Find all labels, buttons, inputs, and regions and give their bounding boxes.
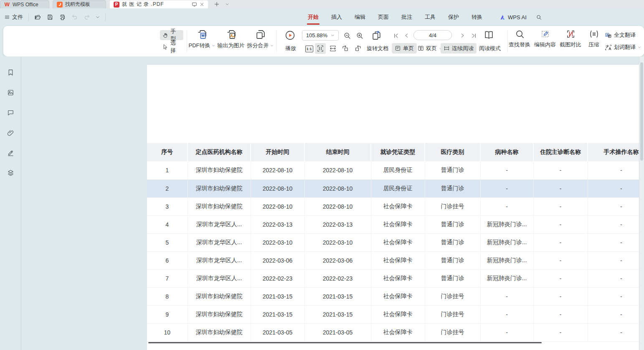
- continuous-read-button[interactable]: 连续阅读: [441, 43, 477, 54]
- open-file-icon[interactable]: [34, 14, 41, 21]
- fit-width-button[interactable]: [327, 43, 338, 54]
- screenshot-compare-button[interactable]: 截图对比: [557, 29, 584, 49]
- tab-list-chevron-icon[interactable]: [225, 2, 229, 6]
- rotate-right-icon: [354, 45, 362, 52]
- table-cell: 2022-03-10: [304, 233, 371, 251]
- compress-button[interactable]: 压缩: [582, 29, 606, 49]
- pdf-convert-button[interactable]: PDF转换: [186, 29, 218, 49]
- vertical-scrollbar[interactable]: [639, 56, 644, 350]
- table-cell: -: [480, 323, 533, 341]
- zoom-in-button[interactable]: [354, 30, 365, 41]
- table-cell: 2022-08-10: [251, 161, 304, 179]
- close-tab-icon[interactable]: [200, 2, 204, 7]
- actual-size-button[interactable]: 1:1: [304, 43, 314, 54]
- menubar-search-icon[interactable]: [536, 14, 542, 20]
- comment-icon[interactable]: [5, 107, 16, 118]
- play-label: 播放: [281, 45, 300, 52]
- zoom-out-button[interactable]: [342, 30, 352, 41]
- export-image-button[interactable]: 输出为图片: [215, 29, 247, 49]
- table-cell: -: [533, 323, 588, 341]
- fit-page-button[interactable]: [315, 43, 326, 54]
- table-cell: 6: [147, 251, 188, 269]
- tab-edit[interactable]: 编辑: [355, 8, 365, 26]
- wps-ai-logo-icon: [499, 14, 506, 20]
- rotate-left-button[interactable]: [340, 43, 351, 54]
- attachment-icon[interactable]: [5, 127, 16, 138]
- pdf-page: 序号定点医药机构名称开始时间结束时间就诊凭证类型医疗类别病种名称住院主诊断名称手…: [147, 65, 639, 350]
- prev-page-button[interactable]: [401, 30, 412, 41]
- table-cell: 2021-03-05: [251, 323, 304, 341]
- quickbar-chevron-icon[interactable]: [96, 15, 100, 19]
- table-cell: -: [480, 161, 533, 179]
- table-cell: 2022-08-10: [251, 197, 304, 215]
- fit-width-icon: [329, 45, 337, 52]
- file-menu[interactable]: 文件: [4, 13, 23, 21]
- redo-icon[interactable]: [84, 14, 90, 20]
- read-mode-label[interactable]: 阅读模式: [479, 45, 501, 52]
- table-cell: 深圳市妇幼保健院: [188, 197, 251, 215]
- monitor-icon[interactable]: [192, 2, 197, 7]
- new-tab-button[interactable]: [214, 1, 220, 7]
- table-cell: 普通门诊: [425, 233, 480, 251]
- zoom-level-select[interactable]: 105.88%: [302, 30, 339, 41]
- page-indicator-input[interactable]: 4/4: [413, 30, 452, 40]
- chevron-down-icon: [331, 33, 335, 37]
- tab-protect[interactable]: 保护: [448, 8, 459, 26]
- rotate-right-button[interactable]: [352, 43, 363, 54]
- tab-docer-templates[interactable]: 找稻壳模板: [53, 0, 106, 8]
- full-text-translate-button[interactable]: 全文翻译: [605, 31, 636, 39]
- split-merge-button[interactable]: 拆分合并: [244, 29, 276, 49]
- tab-wps-office[interactable]: W WPS Office: [0, 0, 49, 8]
- tab-label: WPS Office: [13, 2, 38, 8]
- tab-convert[interactable]: 转换: [472, 8, 482, 26]
- save-icon[interactable]: [47, 14, 53, 20]
- word-translate-button[interactable]: 划词翻译: [605, 43, 641, 51]
- edit-content-icon: [540, 29, 550, 39]
- table-cell: 深圳市龙华区人...: [188, 251, 251, 269]
- edit-content-button[interactable]: 编辑内容: [532, 29, 558, 49]
- tab-page[interactable]: 页面: [378, 8, 389, 26]
- edit-content-label: 编辑内容: [534, 41, 556, 49]
- thumbnail-icon[interactable]: [5, 87, 16, 98]
- tab-insert[interactable]: 插入: [331, 8, 342, 26]
- table-cell: -: [533, 179, 588, 197]
- menubar: 文件 开始 插入 编辑 页面 批注 工具 保护 转换 WPS AI: [0, 8, 644, 26]
- print-icon[interactable]: [59, 14, 66, 21]
- wps-ai-button[interactable]: WPS AI: [499, 14, 527, 20]
- scrollbar-thumb[interactable]: [640, 62, 643, 161]
- tab-home[interactable]: 开始: [308, 8, 319, 26]
- double-page-label: 双页: [426, 45, 437, 52]
- layers-icon[interactable]: [5, 167, 16, 178]
- tab-document-active[interactable]: P 就 医 记 录 .PDF: [109, 0, 208, 8]
- bookmark-icon[interactable]: [5, 67, 16, 78]
- play-button[interactable]: [284, 30, 295, 41]
- table-cell: 居民身份证: [371, 161, 425, 179]
- tab-tools[interactable]: 工具: [425, 8, 436, 26]
- table-cell: -: [588, 305, 639, 323]
- rotate-left-icon: [342, 45, 349, 52]
- divider: [28, 14, 29, 21]
- select-tool-button[interactable]: 选择: [160, 42, 183, 52]
- tab-comment[interactable]: 批注: [401, 8, 412, 26]
- split-merge-icon: [255, 29, 266, 40]
- wps-ai-label: WPS AI: [508, 14, 527, 20]
- column-header: 手术操作名称: [588, 143, 639, 161]
- divider: [276, 30, 277, 52]
- hand-tool-button[interactable]: 手型: [160, 30, 183, 40]
- rotate-doc-label[interactable]: 旋转文档: [367, 45, 388, 52]
- signature-icon[interactable]: [5, 147, 16, 158]
- single-page-button[interactable]: 单页: [392, 43, 417, 54]
- table-cell: -: [480, 305, 533, 323]
- table-row: 8深圳市妇幼保健院2021-03-152021-03-15社会保障卡门诊挂号--…: [147, 287, 639, 305]
- find-replace-button[interactable]: 查找替换: [506, 29, 533, 49]
- rotate-pages-button[interactable]: [371, 30, 382, 41]
- first-page-button[interactable]: [390, 30, 401, 41]
- word-translate-icon: [605, 44, 612, 51]
- next-page-button[interactable]: [457, 30, 468, 41]
- undo-icon[interactable]: [71, 14, 78, 20]
- table-horizontal-scrollbar: [148, 342, 542, 343]
- last-page-button[interactable]: [468, 30, 479, 41]
- table-row: 2深圳市妇幼保健院2022-08-102022-08-10居民身份证普通门诊--…: [147, 179, 639, 197]
- continuous-read-label: 连续阅读: [452, 45, 474, 52]
- read-mode-button[interactable]: [483, 29, 494, 40]
